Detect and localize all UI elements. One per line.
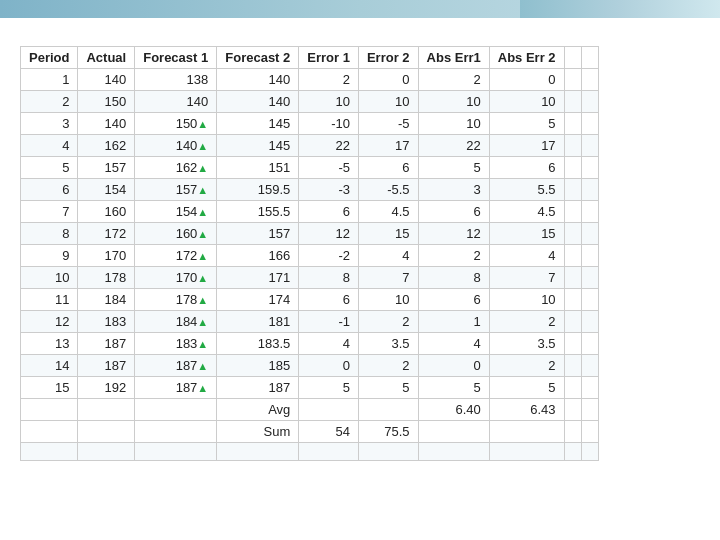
table-cell: 3.5 bbox=[358, 333, 418, 355]
table-cell-empty bbox=[564, 157, 581, 179]
table-cell: 171 bbox=[217, 267, 299, 289]
table-cell: 140 bbox=[217, 69, 299, 91]
table-cell-empty bbox=[564, 135, 581, 157]
sum-cell: 54 bbox=[299, 421, 359, 443]
table-cell: 154 bbox=[78, 179, 135, 201]
table-cell: 157▲ bbox=[135, 179, 217, 201]
sum-cell bbox=[564, 421, 581, 443]
table-cell: 160 bbox=[78, 201, 135, 223]
table-cell: 183 bbox=[78, 311, 135, 333]
table-cell-empty bbox=[564, 311, 581, 333]
table-cell: 187 bbox=[78, 333, 135, 355]
table-cell: 4 bbox=[418, 333, 489, 355]
green-arrow-icon: ▲ bbox=[197, 184, 208, 196]
table-cell: 10 bbox=[489, 289, 564, 311]
table-cell: 145 bbox=[217, 135, 299, 157]
col-header-empty bbox=[564, 47, 581, 69]
table-cell-empty bbox=[581, 69, 598, 91]
table-cell: 7 bbox=[358, 267, 418, 289]
table-cell: 4.5 bbox=[489, 201, 564, 223]
avg-row: Avg6.406.43 bbox=[21, 399, 599, 421]
avg-cell bbox=[358, 399, 418, 421]
table-cell: 10 bbox=[489, 91, 564, 113]
table-cell-empty bbox=[581, 91, 598, 113]
table-cell: 10 bbox=[358, 289, 418, 311]
table-cell: 3.5 bbox=[489, 333, 564, 355]
table-row: 15192187▲1875555 bbox=[21, 377, 599, 399]
table-cell: 170▲ bbox=[135, 267, 217, 289]
table-cell-empty bbox=[581, 179, 598, 201]
table-cell: 172▲ bbox=[135, 245, 217, 267]
empty-row bbox=[21, 443, 599, 461]
empty-cell bbox=[21, 443, 78, 461]
table-cell: 4 bbox=[358, 245, 418, 267]
table-cell: 160▲ bbox=[135, 223, 217, 245]
table-cell-empty bbox=[581, 201, 598, 223]
table-cell-empty bbox=[581, 377, 598, 399]
table-cell-empty bbox=[564, 245, 581, 267]
empty-cell bbox=[135, 443, 217, 461]
table-cell: 8 bbox=[418, 267, 489, 289]
table-cell: 162 bbox=[78, 135, 135, 157]
table-row: 4162140▲14522172217 bbox=[21, 135, 599, 157]
table-cell: 187 bbox=[217, 377, 299, 399]
table-cell: 1 bbox=[21, 69, 78, 91]
sum-cell bbox=[21, 421, 78, 443]
col-header-forecast-1: Forecast 1 bbox=[135, 47, 217, 69]
table-cell: 150 bbox=[78, 91, 135, 113]
avg-cell bbox=[21, 399, 78, 421]
col-header-error-2: Error 2 bbox=[358, 47, 418, 69]
sum-cell: 75.5 bbox=[358, 421, 418, 443]
table-cell: -2 bbox=[299, 245, 359, 267]
table-cell: 2 bbox=[299, 69, 359, 91]
table-cell: 192 bbox=[78, 377, 135, 399]
table-cell: 187▲ bbox=[135, 355, 217, 377]
table-cell: 4.5 bbox=[358, 201, 418, 223]
avg-cell: Avg bbox=[217, 399, 299, 421]
table-cell: 151 bbox=[217, 157, 299, 179]
table-cell: 1 bbox=[418, 311, 489, 333]
table-row: 9170172▲166-2424 bbox=[21, 245, 599, 267]
table-cell-empty bbox=[564, 113, 581, 135]
table-cell: 174 bbox=[217, 289, 299, 311]
table-cell-empty bbox=[581, 245, 598, 267]
table-cell: 157 bbox=[217, 223, 299, 245]
green-arrow-icon: ▲ bbox=[197, 140, 208, 152]
table-cell-empty bbox=[581, 135, 598, 157]
table-cell: 5 bbox=[418, 377, 489, 399]
green-arrow-icon: ▲ bbox=[197, 360, 208, 372]
table-row: 8172160▲15712151215 bbox=[21, 223, 599, 245]
table-row: 14187187▲1850202 bbox=[21, 355, 599, 377]
green-arrow-icon: ▲ bbox=[197, 272, 208, 284]
table-cell: 184 bbox=[78, 289, 135, 311]
green-arrow-icon: ▲ bbox=[197, 382, 208, 394]
green-arrow-icon: ▲ bbox=[197, 250, 208, 262]
table-cell: 178▲ bbox=[135, 289, 217, 311]
table-container: PeriodActualForecast 1Forecast 2Error 1E… bbox=[0, 46, 720, 461]
sum-cell: Sum bbox=[217, 421, 299, 443]
table-cell: 15 bbox=[489, 223, 564, 245]
table-row: 5157162▲151-5656 bbox=[21, 157, 599, 179]
table-cell: 8 bbox=[21, 223, 78, 245]
top-bar-accent bbox=[520, 0, 720, 18]
table-cell: 15 bbox=[358, 223, 418, 245]
table-cell: 2 bbox=[489, 311, 564, 333]
table-cell: -5 bbox=[358, 113, 418, 135]
table-cell: 13 bbox=[21, 333, 78, 355]
table-cell: 140 bbox=[135, 91, 217, 113]
table-cell: 2 bbox=[418, 245, 489, 267]
green-arrow-icon: ▲ bbox=[197, 162, 208, 174]
empty-cell bbox=[78, 443, 135, 461]
table-row: 11401381402020 bbox=[21, 69, 599, 91]
table-cell: -5.5 bbox=[358, 179, 418, 201]
table-cell: 17 bbox=[358, 135, 418, 157]
forecast-errors-table: PeriodActualForecast 1Forecast 2Error 1E… bbox=[20, 46, 599, 461]
table-cell: 4 bbox=[489, 245, 564, 267]
table-cell: 140 bbox=[78, 113, 135, 135]
table-cell: 178 bbox=[78, 267, 135, 289]
table-cell: 0 bbox=[489, 69, 564, 91]
col-header-forecast-2: Forecast 2 bbox=[217, 47, 299, 69]
table-cell: 5 bbox=[21, 157, 78, 179]
table-cell: 6 bbox=[299, 201, 359, 223]
table-row: 13187183▲183.543.543.5 bbox=[21, 333, 599, 355]
